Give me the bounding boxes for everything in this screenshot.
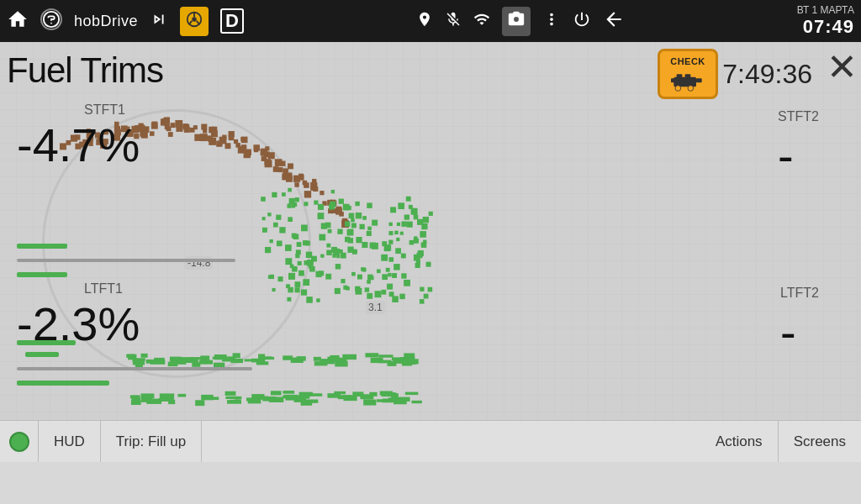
back-icon[interactable] [603, 8, 625, 34]
status-date: ВТ 1 МАРТА [797, 4, 854, 16]
bottom-bar: HUD Trip: Fill up Actions Screens [0, 420, 861, 462]
location-icon [416, 11, 433, 32]
power-icon[interactable] [573, 10, 591, 33]
svg-rect-11 [671, 78, 675, 82]
svg-point-12 [675, 86, 681, 92]
stft1-gray-bar [17, 259, 235, 262]
connection-dot [9, 432, 29, 452]
status-indicator[interactable] [0, 421, 39, 462]
stft1-section: STFT1 [84, 102, 125, 118]
ltft1-section: LTFT1 [84, 281, 123, 297]
menu-icon[interactable] [40, 8, 62, 34]
stft1-bar-top [17, 244, 67, 249]
svg-rect-8 [677, 74, 683, 78]
ltft2-label: LTFT2 [780, 286, 819, 300]
stft1-bars [17, 244, 235, 277]
stft1-label: STFT1 [84, 102, 125, 117]
wifi-icon [473, 11, 490, 32]
ltft1-bars [17, 340, 252, 386]
stft2-section: STFT2 - [778, 109, 819, 180]
bottom-spacer [202, 421, 700, 462]
stft1-bar-bottom [17, 272, 67, 277]
mic-off-icon [445, 11, 462, 32]
ltft1-label: LTFT1 [84, 281, 123, 296]
camera-icon[interactable] [502, 7, 531, 36]
timestamp: 7:49:36 [722, 59, 812, 90]
screens-button[interactable]: Screens [779, 421, 861, 462]
status-time: 07:49 [797, 16, 854, 38]
ltft1-bar-3 [17, 381, 109, 386]
svg-point-1 [50, 22, 52, 24]
ltft1-bar-2 [25, 352, 59, 357]
more-icon[interactable] [542, 10, 561, 33]
actions-button[interactable]: Actions [700, 421, 779, 462]
engine-icon [671, 68, 705, 92]
status-bar: hobDrive D ВТ 1 МАРТ [0, 0, 861, 42]
svg-rect-9 [685, 74, 691, 78]
ltft1-bar-1 [17, 340, 76, 345]
ltft2-section: LTFT2 - [780, 286, 819, 356]
svg-rect-10 [696, 78, 702, 82]
d-icon[interactable]: D [220, 8, 244, 34]
main-content: Fuel Trims CHECK 7:49:36 ✕ STFT1 -4.7% -… [0, 42, 861, 462]
check-engine-button[interactable]: CHECK [658, 49, 718, 99]
app-title: hobDrive [74, 13, 138, 30]
check-label: CHECK [670, 56, 705, 66]
page-title: Fuel Trims [7, 50, 163, 91]
steering-icon[interactable] [180, 7, 209, 36]
ltft1-point-label: 3.1 [366, 301, 385, 314]
stft2-label: STFT2 [778, 109, 819, 123]
svg-point-3 [192, 17, 197, 22]
svg-point-13 [688, 86, 694, 92]
stft1-value: -4.7% [17, 118, 140, 171]
home-icon[interactable] [7, 8, 29, 34]
skip-icon[interactable] [150, 10, 168, 33]
trip-fill-button[interactable]: Trip: Fill up [101, 421, 202, 462]
ltft1-gray-bar [17, 367, 252, 370]
stft1-value-section: -4.7% [17, 122, 140, 169]
stft2-value: - [778, 133, 819, 180]
hud-button[interactable]: HUD [39, 421, 101, 462]
close-button[interactable]: ✕ [827, 49, 858, 86]
ltft2-value: - [780, 309, 819, 356]
